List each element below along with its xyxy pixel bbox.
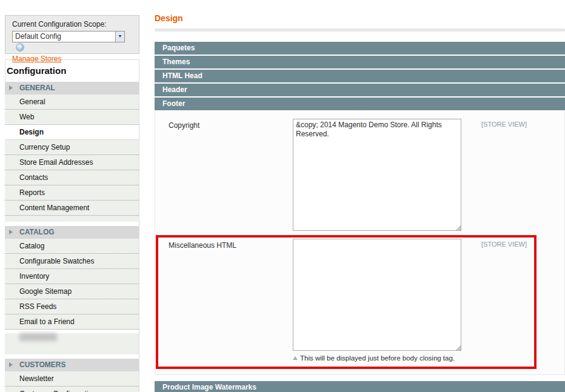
nav-section-label: CATALOG [19, 228, 55, 236]
manage-stores-link[interactable]: Manage Stores [12, 55, 61, 63]
sidebar-item-contacts[interactable]: Contacts [5, 170, 139, 185]
accordion-paquetes[interactable]: Paquetes [155, 42, 565, 55]
miscellaneous-html-textarea[interactable] [293, 239, 461, 351]
nav-section-general[interactable]: GENERAL [5, 82, 139, 95]
sidebar-item-general[interactable]: General [5, 95, 139, 110]
sidebar-item-catalog[interactable]: Catalog [5, 239, 139, 254]
nav-section-filler [5, 348, 139, 354]
sidebar-item-google-sitemap[interactable]: Google Sitemap [5, 284, 139, 299]
accordion-product-image-watermarks[interactable]: Product Image Watermarks [155, 381, 565, 392]
sidebar-item-currency-setup[interactable]: Currency Setup [5, 140, 139, 155]
sidebar-item-store-email-addresses[interactable]: Store Email Addresses [5, 155, 139, 170]
nav-section-catalog[interactable]: CATALOG [5, 226, 139, 239]
scope-label: Current Configuration Scope: [12, 20, 132, 28]
copyright-textarea[interactable]: &copy; 2014 Magento Demo Store. All Righ… [293, 119, 461, 231]
sidebar-item-rss-feeds[interactable]: RSS Feeds [5, 299, 139, 314]
sidebar-item-newsletter[interactable]: Newsletter [5, 371, 139, 387]
sidebar-item-design[interactable]: Design [5, 125, 139, 140]
redacted-label [19, 333, 57, 341]
configuration-scope-box: Current Configuration Scope: Default Con… [5, 15, 139, 54]
nav-section-label: GENERAL [19, 84, 55, 92]
sidebar-item-inventory[interactable]: Inventory [5, 269, 139, 284]
left-column: Current Configuration Scope: Default Con… [5, 15, 139, 392]
page-title: Design [155, 13, 183, 23]
arrow-right-icon [9, 230, 13, 234]
sidebar-item-reports[interactable]: Reports [5, 185, 139, 201]
accordion-footer[interactable]: Footer [155, 98, 565, 110]
footer-fieldset: Copyright &copy; 2014 Magento Demo Store… [155, 111, 565, 375]
accordion-header[interactable]: Header [155, 84, 565, 96]
triangle-up-icon [293, 356, 298, 360]
field-note-text: This will be displayed just before body … [300, 354, 455, 362]
scope-select[interactable]: Default Config ▼ [12, 31, 125, 42]
sidebar-item-email-to-a-friend[interactable]: Email to a Friend [5, 314, 139, 330]
miscellaneous-html-label: Miscellaneous HTML [169, 241, 236, 250]
store-view-scope-label: [STORE VIEW] [481, 121, 527, 128]
sidebar-item-web[interactable]: Web [5, 110, 139, 125]
accordion-html-head[interactable]: HTML Head [155, 70, 565, 82]
nav-section-filler [5, 216, 139, 222]
accordion-themes[interactable]: Themes [155, 56, 565, 68]
sidebar-item-content-management[interactable]: Content Management [5, 201, 139, 216]
field-note: This will be displayed just before body … [293, 354, 455, 362]
scope-select-value: Default Config [15, 32, 61, 41]
copyright-label: Copyright [169, 121, 199, 130]
help-icon[interactable]: ? [16, 43, 24, 51]
chevron-down-icon[interactable]: ▼ [115, 32, 124, 42]
sidebar-item-customer-configuration[interactable]: Customer Configuration [5, 387, 139, 392]
title-divider [155, 28, 565, 32]
nav-section-customers[interactable]: CUSTOMERS [5, 359, 139, 371]
sidebar-item-configurable-swatches[interactable]: Configurable Swatches [5, 254, 139, 269]
arrow-right-icon [9, 362, 13, 367]
arrow-right-icon [9, 85, 13, 90]
sidebar-item-redacted[interactable] [5, 333, 139, 348]
nav-section-label: CUSTOMERS [19, 360, 65, 369]
config-nav: GENERAL General Web Design Currency Setu… [5, 82, 139, 392]
store-view-scope-label: [STORE VIEW] [481, 241, 527, 248]
